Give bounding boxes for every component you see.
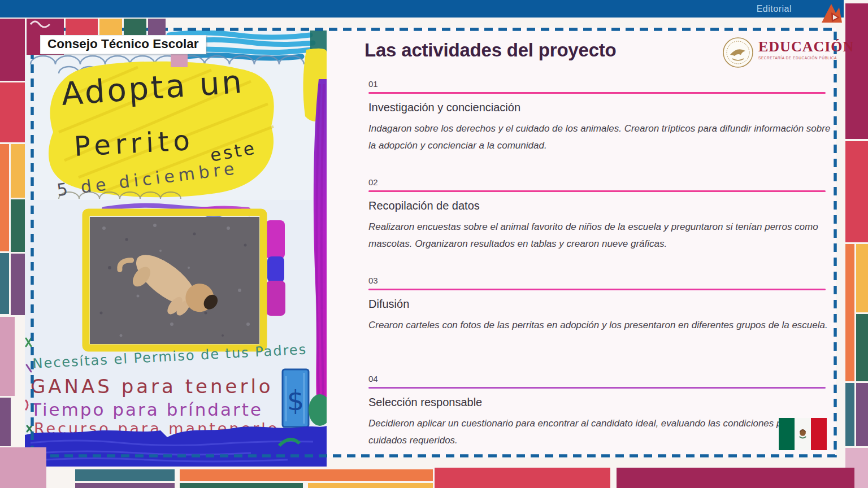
- wave-mark-icon: [29, 19, 52, 28]
- section-body-line: cuidados requeridos.: [368, 435, 458, 446]
- section-02: 02 Recopilación de datos Realizaron encu…: [368, 177, 826, 212]
- mosaic-tile: [180, 483, 303, 488]
- mosaic-tile: [75, 469, 175, 481]
- mosaic-tile: [0, 82, 25, 142]
- section-divider: [368, 387, 826, 389]
- section-number: 01: [368, 79, 826, 89]
- mosaic-tile: [856, 383, 868, 446]
- section-body-line: la adopción y concienciar a la comunidad…: [368, 140, 547, 151]
- note-ganas: GANAS para tenerlo: [31, 375, 274, 398]
- mexico-flag-icon: [779, 418, 827, 450]
- sep-title: EDUCACIÓN: [758, 40, 854, 54]
- mosaic-tile: [148, 19, 166, 35]
- section-body-line: Crearon carteles con fotos de las perrit…: [368, 320, 828, 331]
- section-title: Recopilación de datos: [368, 199, 826, 212]
- section-04: 04 Selección responsable Decidieron apli…: [368, 374, 826, 409]
- mosaic-tile: [856, 314, 868, 381]
- mosaic-tile: [124, 19, 146, 35]
- top-bar: Editorial: [0, 0, 844, 18]
- note-tiempo: Tiempo para bríndarte: [30, 399, 263, 420]
- money-box: $: [283, 369, 309, 427]
- section-divider: [368, 289, 826, 290]
- section-body-line: Indagaron sobre los derechos y el cuidad…: [368, 123, 830, 134]
- mosaic-tile: [845, 141, 868, 242]
- student-poster-drawing: Adopta un Perrito este 5 de diciembre: [25, 30, 327, 467]
- presentation-slide: Adopta un Perrito este 5 de diciembre: [0, 0, 868, 488]
- section-divider: [368, 190, 826, 192]
- mosaic-tile: [180, 469, 433, 481]
- page-title: Las actividades del proyecto: [364, 40, 617, 61]
- corner-label: Consejo Técnico Escolar: [40, 35, 206, 54]
- mosaic-tile: [11, 199, 25, 252]
- flag-eagle-icon: [796, 426, 810, 442]
- flag-green-stripe: [779, 418, 795, 450]
- puppy-photo: [86, 212, 263, 348]
- mosaic-tile: [0, 447, 46, 488]
- section-title: Selección responsable: [368, 396, 826, 409]
- sep-seal-icon: [722, 36, 754, 69]
- mosaic-tile: [75, 483, 175, 488]
- poster-headline-line2: Perrito: [73, 124, 196, 162]
- mosaic-tile: [0, 317, 15, 396]
- mosaic-tile: [11, 254, 25, 315]
- section-number: 02: [368, 177, 826, 187]
- flag-red-stripe: [811, 418, 827, 450]
- mosaic-tile: [308, 483, 433, 488]
- section-number: 03: [368, 276, 826, 285]
- mosaic-tile: [845, 3, 868, 139]
- dollar-sign: $: [287, 385, 305, 416]
- mosaic-tile: [0, 19, 25, 81]
- section-title: Difusión: [368, 298, 826, 311]
- section-03: 03 Difusión Crearon carteles con fotos d…: [368, 276, 826, 311]
- mosaic-tile: [0, 398, 11, 446]
- flag-white-stripe: [795, 418, 811, 450]
- poster-notes: Necesítas el Permiso de tus Padres GANAS…: [30, 342, 307, 437]
- mosaic-tile: [0, 253, 9, 314]
- mosaic-tile: [845, 244, 854, 381]
- mosaic-tile: [617, 468, 854, 488]
- mosaic-tile: [66, 19, 98, 35]
- sep-education-logo: EDUCACIÓN SECRETARÍA DE EDUCACIÓN PÚBLIC…: [722, 36, 854, 69]
- pink-blue-crayon-patch: [266, 220, 285, 316]
- mosaic-tile: [99, 19, 122, 35]
- section-divider: [368, 92, 826, 94]
- section-body-line: Realizaron encuestas sobre el animal fav…: [368, 221, 818, 233]
- section-title: Investigación y concienciación: [368, 101, 826, 114]
- sep-subtitle: SECRETARÍA DE EDUCACIÓN PÚBLICA: [758, 56, 854, 60]
- section-body-line: mascotas. Organizaron resultados en tabl…: [368, 238, 667, 250]
- section-body-line: Decidieron aplicar un cuestionario para …: [368, 418, 787, 429]
- section-01: 01 Investigación y concienciación Indaga…: [368, 79, 826, 114]
- md-logo-icon: [819, 1, 843, 26]
- student-poster-photo: Adopta un Perrito este 5 de diciembre: [25, 30, 327, 467]
- editorial-brand-text: Editorial: [757, 4, 792, 14]
- mosaic-tile: [856, 244, 868, 312]
- mosaic-tile: [845, 383, 854, 446]
- mosaic-tile: [435, 468, 610, 488]
- mosaic-tile: [11, 144, 25, 198]
- mosaic-tile: [0, 144, 9, 251]
- section-number: 04: [368, 374, 826, 384]
